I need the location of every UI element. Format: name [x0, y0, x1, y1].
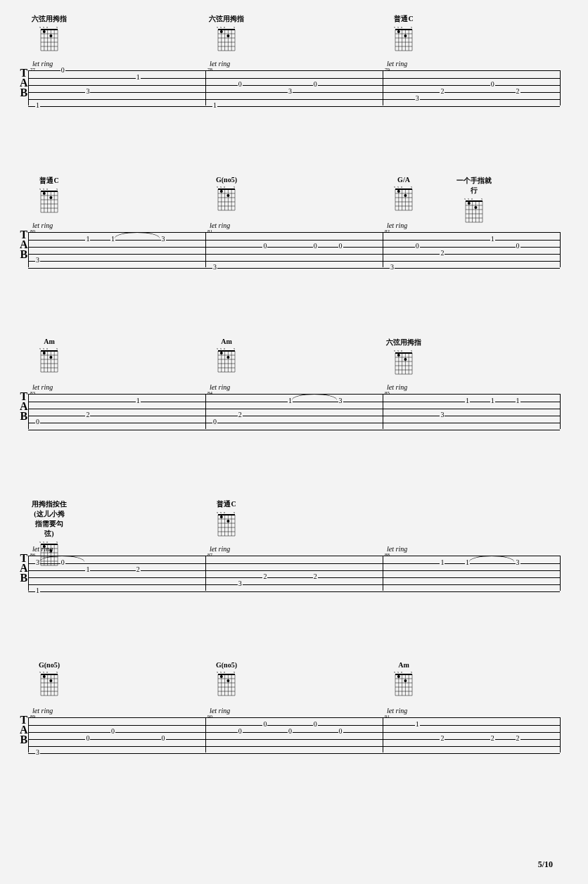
barline: [560, 70, 561, 105]
tab-note: 2: [85, 411, 90, 418]
barline: [383, 556, 383, 591]
tab-note: 2: [262, 573, 267, 580]
measure-number: 88: [385, 552, 390, 558]
let-ring-label: let ring: [210, 60, 230, 68]
svg-text:x: x: [397, 670, 399, 674]
svg-point-160: [220, 352, 223, 354]
svg-text:x: x: [394, 25, 395, 29]
svg-text:o: o: [224, 25, 225, 29]
barline: [28, 394, 29, 429]
svg-text:x: x: [39, 540, 41, 544]
barline: [205, 70, 206, 105]
chord-grid-icon: xxox: [392, 185, 415, 212]
svg-text:o: o: [46, 347, 48, 350]
let-ring-label: let ring: [32, 383, 53, 391]
let-ring-label: let ring: [32, 222, 53, 229]
let-ring-label: let ring: [387, 545, 407, 553]
tab-note: 3: [390, 264, 395, 271]
chord-diagram: Amxxox: [32, 338, 67, 373]
chord-grid-icon: xxox: [38, 540, 60, 567]
barline: [205, 717, 206, 752]
chord-grid-icon: xxox: [215, 511, 238, 537]
svg-point-161: [226, 356, 229, 359]
svg-text:x: x: [56, 25, 58, 29]
svg-text:x: x: [397, 185, 399, 188]
tab-note: 0: [338, 243, 343, 250]
chord-grid-icon: xxox: [392, 349, 415, 376]
chord-grid-icon: xxox: [215, 185, 238, 212]
svg-text:x: x: [43, 187, 44, 191]
svg-text:o: o: [224, 185, 225, 188]
tab-note: 2: [490, 735, 495, 742]
chord-diagram: 普通Cxxox: [32, 176, 67, 214]
svg-point-125: [474, 206, 477, 209]
tab-note: 3: [440, 411, 445, 418]
svg-text:o: o: [224, 347, 225, 350]
barline: [560, 232, 561, 267]
tab-note: 1: [35, 102, 40, 109]
let-ring-label: let ring: [32, 707, 53, 715]
measure-number: 83: [30, 390, 35, 396]
let-ring-label: let ring: [387, 383, 407, 391]
chord-grid-icon: xxox: [392, 25, 415, 52]
chord-name: Am: [209, 338, 244, 345]
tab-note: 0: [288, 728, 293, 735]
svg-point-71: [49, 196, 52, 199]
measure-number: 91: [385, 714, 390, 719]
measure-number: 89: [30, 714, 35, 719]
barline: [205, 556, 206, 591]
chord-name: 六弦用拇指: [32, 14, 67, 24]
svg-text:x: x: [394, 185, 395, 188]
tab-note: 3: [35, 749, 40, 756]
chord-diagram: G(no5)xxox: [209, 661, 244, 697]
tab-clef: T A B: [20, 68, 28, 98]
chord-name: G(no5): [209, 176, 244, 184]
chord-diagram: G/Axxox: [386, 176, 421, 212]
tab-note: 1: [490, 397, 495, 404]
measure-number: 81: [207, 229, 212, 234]
svg-text:o: o: [46, 670, 48, 674]
tab-note: 1: [136, 397, 141, 404]
chord-name: Am: [386, 661, 421, 669]
chord-name: 普通C: [32, 176, 67, 186]
barline: [28, 717, 29, 752]
barline: [205, 232, 206, 267]
tab-system: T A B用拇指按住(这儿小拇指需要勾弦)xxoxlet ring8613012…: [28, 524, 560, 591]
tab-note: 2: [440, 735, 445, 742]
barline: [383, 70, 383, 105]
svg-text:o: o: [224, 670, 225, 674]
tab-note: 2: [516, 735, 520, 742]
tab-note: 0: [212, 418, 217, 425]
svg-point-142: [43, 352, 46, 354]
tab-note: 0: [415, 243, 420, 250]
measure-number: 87: [207, 552, 212, 558]
svg-text:o: o: [46, 540, 48, 544]
tab-clef: T A B: [20, 392, 28, 421]
svg-text:x: x: [234, 25, 235, 29]
tab-system: T A B普通Cxxoxlet ring803113G(no5)xxoxlet …: [28, 200, 560, 267]
let-ring-label: let ring: [210, 383, 230, 391]
measure-number: 90: [207, 714, 212, 719]
measure-number: 79: [385, 67, 390, 72]
tab-note: 1: [35, 587, 40, 594]
staff-lines: [28, 717, 560, 754]
tab-note: 3: [85, 88, 90, 95]
chord-name: 六弦用拇指: [386, 338, 421, 347]
svg-point-106: [397, 190, 400, 193]
svg-text:x: x: [394, 670, 395, 674]
chord-diagram: 六弦用拇指xxox: [386, 338, 421, 376]
tab-note: 0: [262, 721, 267, 728]
svg-text:o: o: [224, 511, 225, 514]
svg-point-17: [49, 34, 52, 37]
svg-text:x: x: [217, 511, 218, 514]
chord-name: G(no5): [32, 661, 67, 669]
measure-number: 80: [30, 229, 35, 234]
svg-text:x: x: [464, 197, 466, 200]
svg-point-107: [404, 194, 407, 197]
measure-number: 84: [207, 390, 212, 396]
barline: [560, 717, 561, 752]
tab-note: 2: [313, 573, 318, 580]
svg-point-124: [468, 202, 471, 205]
tab-system: T A B六弦用拇指xxoxlet ring771031六弦用拇指xxoxlet…: [28, 39, 560, 105]
let-ring-label: let ring: [387, 222, 407, 229]
